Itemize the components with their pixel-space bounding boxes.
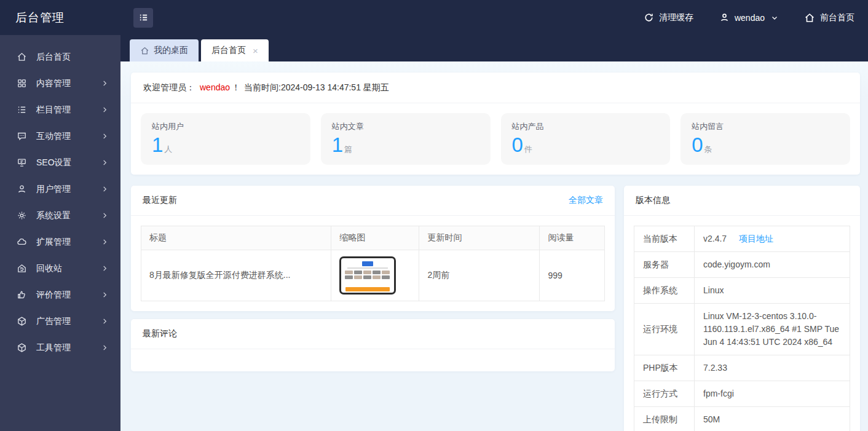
tab-bar: 我的桌面 后台首页 × <box>120 35 868 61</box>
app-title: 后台管理 <box>0 10 120 26</box>
sidebar-item-label: 扩展管理 <box>36 237 71 248</box>
header-actions: 清理缓存 wendao 前台首页 <box>644 12 868 23</box>
welcome-bang: ！ <box>232 82 240 92</box>
list-icon <box>17 105 27 115</box>
stat-card-products: 站内产品 0件 <box>501 113 671 165</box>
front-home-button[interactable]: 前台首页 <box>804 12 854 23</box>
article-title-cell[interactable]: 8月最新修复版全开源付费进群系统... <box>141 250 331 301</box>
project-url-link[interactable]: 项目地址 <box>739 234 773 243</box>
current-version-value: v2.4.7 <box>703 234 727 243</box>
cube-icon <box>17 342 27 353</box>
thumbnail-cta-bar <box>345 287 390 291</box>
panel-title: 版本信息 <box>636 195 670 206</box>
close-icon[interactable]: × <box>253 46 258 55</box>
sidebar-item-label: 内容管理 <box>36 78 71 89</box>
main-area: 我的桌面 后台首页 × 欢迎管理员：wendao！当前时间:2024-09-13… <box>120 35 868 431</box>
sidebar-item-users[interactable]: 用户管理 <box>0 176 120 202</box>
stat-card-users: 站内用户 1人 <box>141 113 310 165</box>
latest-comments-header: 最新评论 <box>131 319 615 349</box>
version-row-label: 运行方式 <box>634 381 695 407</box>
sidebar-item-extensions[interactable]: 扩展管理 <box>0 229 120 255</box>
chat-icon <box>17 131 27 141</box>
sidebar: 后台首页 内容管理 栏目管理 互动管理 SEO设置 用户管理 <box>0 35 120 431</box>
sidebar-item-settings[interactable]: 系统设置 <box>0 202 120 229</box>
sidebar-item-label: 广告管理 <box>36 316 71 327</box>
version-table-wrap: 当前版本 v2.4.7 项目地址 服务器 code.yigoym.com <box>624 216 860 431</box>
sidebar-item-label: 工具管理 <box>36 342 71 354</box>
stat-unit: 件 <box>524 144 532 155</box>
article-thumbnail-cell <box>331 250 419 301</box>
stat-unit: 条 <box>704 144 712 155</box>
chevron-right-icon <box>101 80 108 87</box>
thumbs-up-icon <box>17 290 27 300</box>
article-views-cell: 999 <box>540 250 605 301</box>
top-header: 后台管理 清理缓存 wendao <box>0 0 868 35</box>
version-row-value: 50M <box>695 407 850 431</box>
tab-my-desktop[interactable]: 我的桌面 <box>130 39 199 61</box>
version-info-panel: 版本信息 当前版本 v2.4.7 项目地址 <box>624 186 860 431</box>
chevron-right-icon <box>101 212 108 219</box>
home-icon <box>17 52 27 62</box>
version-row-label: PHP版本 <box>634 355 695 381</box>
sidebar-item-seo[interactable]: SEO设置 <box>0 149 120 176</box>
content-area: 欢迎管理员：wendao！当前时间:2024-09-13 14:47:51 星期… <box>120 61 868 431</box>
sidebar-item-tools[interactable]: 工具管理 <box>0 334 120 361</box>
chevron-right-icon <box>101 265 108 272</box>
tab-dashboard[interactable]: 后台首页 × <box>201 39 269 61</box>
latest-comments-empty-body <box>131 349 615 371</box>
sidebar-item-label: SEO设置 <box>36 157 72 168</box>
sidebar-item-label: 回收站 <box>36 263 62 274</box>
sidebar-item-label: 栏目管理 <box>36 105 71 116</box>
recent-updates-table-wrap: 标题 缩略图 更新时间 阅读量 8月最新修复版全开源付费进群系统... <box>131 216 615 311</box>
welcome-panel: 欢迎管理员：wendao！当前时间:2024-09-13 14:47:51 星期… <box>131 73 860 175</box>
column-header-views: 阅读量 <box>540 226 605 250</box>
welcome-label: 欢迎管理员： <box>143 82 195 92</box>
thumbnail-badge <box>362 261 373 266</box>
stat-label: 站内留言 <box>692 121 839 132</box>
chevron-right-icon <box>101 106 108 113</box>
username: wendao <box>735 13 765 23</box>
chevron-right-icon <box>101 186 108 192</box>
table-row: 运行方式 fpm-fcgi <box>634 381 850 407</box>
version-row-label: 运行环境 <box>634 304 695 355</box>
chevron-right-icon <box>101 318 108 325</box>
panel-title: 最近更新 <box>143 195 177 206</box>
stat-value: 0 <box>512 133 523 157</box>
recent-updates-table: 标题 缩略图 更新时间 阅读量 8月最新修复版全开源付费进群系统... <box>141 226 605 301</box>
cube-icon <box>17 316 27 326</box>
clear-cache-button[interactable]: 清理缓存 <box>644 12 693 23</box>
table-header-row: 标题 缩略图 更新时间 阅读量 <box>141 226 605 250</box>
sidebar-item-ads[interactable]: 广告管理 <box>0 308 120 334</box>
stat-label: 站内用户 <box>152 121 299 132</box>
stat-value: 1 <box>332 133 343 157</box>
panel-title: 最新评论 <box>143 328 177 339</box>
version-row-label: 操作系统 <box>634 278 695 304</box>
sidebar-item-recycle-bin[interactable]: 回收站 <box>0 255 120 282</box>
chevron-right-icon <box>101 344 108 351</box>
chevron-right-icon <box>101 291 108 298</box>
clear-cache-label: 清理缓存 <box>659 12 693 23</box>
sidebar-item-reviews[interactable]: 评价管理 <box>0 282 120 308</box>
chevron-down-icon <box>771 14 778 22</box>
stat-label: 站内文章 <box>332 121 479 132</box>
sidebar-item-interaction[interactable]: 互动管理 <box>0 123 120 149</box>
article-updated-cell: 2周前 <box>419 250 540 301</box>
recent-updates-header: 最近更新 全部文章 <box>131 186 615 216</box>
all-articles-link[interactable]: 全部文章 <box>569 195 603 206</box>
version-row-value: Linux <box>695 278 850 304</box>
version-row-value: v2.4.7 项目地址 <box>695 226 850 252</box>
stats-row: 站内用户 1人 站内文章 1篇 站内产品 0件 站内留言 0条 <box>131 103 860 175</box>
sidebar-item-dashboard[interactable]: 后台首页 <box>0 44 120 70</box>
version-row-label: 当前版本 <box>634 226 695 252</box>
user-icon <box>719 12 730 23</box>
welcome-username: wendao <box>200 82 230 92</box>
current-time: 当前时间:2024-09-13 14:47:51 星期五 <box>244 82 389 92</box>
sidebar-item-columns[interactable]: 栏目管理 <box>0 97 120 123</box>
user-menu[interactable]: wendao <box>719 12 778 23</box>
sidebar-toggle-button[interactable] <box>133 8 153 28</box>
stat-card-articles: 站内文章 1篇 <box>321 113 491 165</box>
front-home-label: 前台首页 <box>820 12 854 23</box>
table-row: 上传限制 50M <box>634 407 850 431</box>
sidebar-item-content[interactable]: 内容管理 <box>0 70 120 97</box>
tab-label: 我的桌面 <box>154 45 188 56</box>
